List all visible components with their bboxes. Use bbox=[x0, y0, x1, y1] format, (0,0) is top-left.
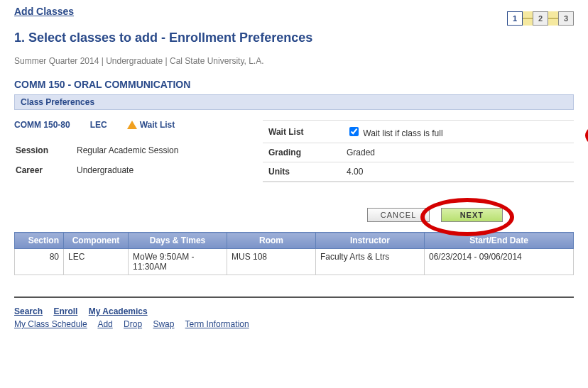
wizard-step-3: 3 bbox=[558, 11, 574, 26]
link-search[interactable]: Search bbox=[14, 306, 43, 316]
class-component: LEC bbox=[90, 120, 107, 130]
career-label: Career bbox=[16, 162, 75, 181]
units-value: 4.00 bbox=[347, 167, 568, 177]
wizard-connector bbox=[548, 18, 558, 19]
grading-label: Grading bbox=[268, 148, 347, 157]
link-add[interactable]: Add bbox=[97, 319, 112, 329]
units-label: Units bbox=[268, 167, 347, 177]
waitlist-status: Wait List bbox=[127, 120, 175, 130]
waitlist-pref-label: Wait List bbox=[268, 127, 347, 137]
waitlist-checkbox[interactable] bbox=[349, 127, 359, 136]
link-swap[interactable]: Swap bbox=[153, 319, 174, 329]
section-header-preferences: Class Preferences bbox=[14, 94, 574, 110]
class-info-table: Session Regular Academic Session Career … bbox=[14, 141, 188, 182]
wizard-step-1: 1 bbox=[507, 11, 523, 26]
cell-component: LEC bbox=[64, 249, 129, 275]
cell-dates: 06/23/2014 - 09/06/2014 bbox=[425, 249, 574, 275]
waitlist-checkbox-text: Wait list if class is full bbox=[363, 128, 442, 138]
enrollment-preferences: Wait List Wait list if class is full Gra… bbox=[263, 120, 574, 182]
col-days: Days & Times bbox=[129, 233, 227, 249]
cell-days: MoWe 9:50AM - 11:30AM bbox=[129, 249, 227, 275]
footer-links: Search Enroll My Academics My Class Sche… bbox=[14, 296, 574, 329]
class-code: COMM 150-80 bbox=[14, 120, 70, 130]
col-section: Section bbox=[15, 233, 64, 249]
schedule-table: Section Component Days & Times Room Inst… bbox=[14, 232, 574, 275]
cancel-button[interactable]: Cancel bbox=[367, 208, 430, 222]
course-title: COMM 150 - ORAL COMMUNICATION bbox=[14, 79, 574, 90]
wizard-step-2: 2 bbox=[533, 11, 548, 26]
cell-instructor: Faculty Arts & Ltrs bbox=[316, 249, 425, 275]
cell-room: MUS 108 bbox=[227, 249, 316, 275]
session-label: Session bbox=[16, 143, 75, 161]
link-term-info[interactable]: Term Information bbox=[185, 319, 249, 329]
grading-value: Graded bbox=[347, 148, 568, 157]
col-instructor: Instructor bbox=[316, 233, 425, 249]
session-value: Regular Academic Session bbox=[77, 143, 187, 161]
link-drop[interactable]: Drop bbox=[124, 319, 142, 329]
progress-wizard: 1 2 3 bbox=[507, 11, 574, 26]
context-line: Summer Quarter 2014 | Undergraduate | Ca… bbox=[14, 56, 574, 66]
table-row: 80 LEC MoWe 9:50AM - 11:30AM MUS 108 Fac… bbox=[15, 249, 574, 275]
col-room: Room bbox=[227, 233, 316, 249]
cell-section: 80 bbox=[15, 249, 64, 275]
col-dates: Start/End Date bbox=[425, 233, 574, 249]
page-subtitle: 1. Select classes to add - Enrollment Pr… bbox=[14, 30, 574, 46]
next-button[interactable]: Next bbox=[441, 208, 503, 222]
warning-triangle-icon bbox=[127, 121, 137, 129]
link-my-academics[interactable]: My Academics bbox=[89, 306, 148, 316]
col-component: Component bbox=[64, 233, 129, 249]
page-title: Add Classes bbox=[14, 4, 574, 20]
career-value: Undergraduate bbox=[77, 162, 187, 181]
waitlist-status-label: Wait List bbox=[140, 120, 175, 130]
link-enroll[interactable]: Enroll bbox=[53, 306, 77, 316]
link-my-class-schedule[interactable]: My Class Schedule bbox=[14, 319, 87, 329]
annotation-circle-icon bbox=[585, 111, 588, 160]
wizard-connector bbox=[523, 18, 533, 19]
